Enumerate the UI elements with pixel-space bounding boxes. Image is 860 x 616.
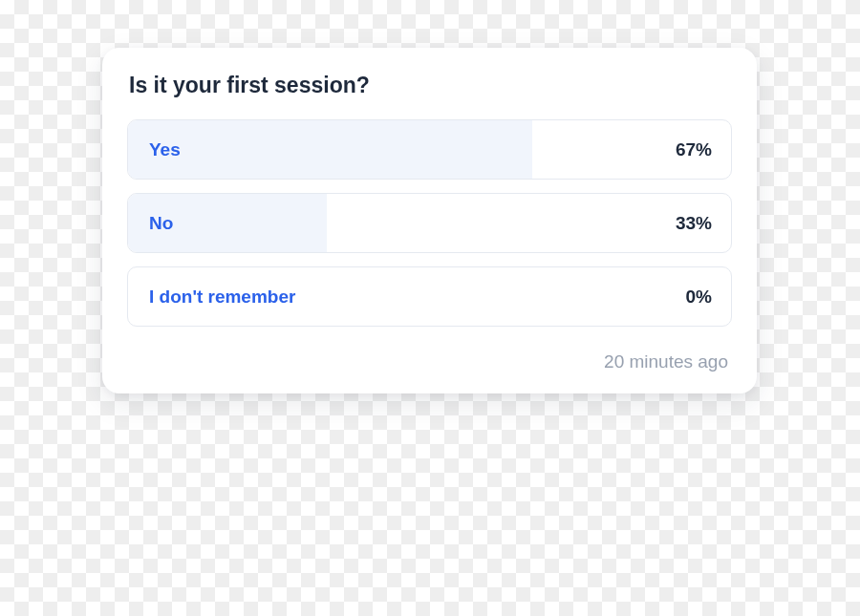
poll-option-percent: 67%: [676, 139, 712, 160]
poll-option-row: I don't remember 0%: [128, 267, 731, 326]
poll-option-percent: 33%: [676, 213, 712, 234]
poll-option-label: I don't remember: [149, 287, 295, 308]
poll-option-yes[interactable]: Yes 67%: [127, 119, 732, 180]
poll-option-no[interactable]: No 33%: [127, 193, 732, 253]
poll-option-row: No 33%: [128, 194, 731, 252]
poll-timestamp: 20 minutes ago: [127, 351, 732, 372]
poll-options-list: Yes 67% No 33% I don't remember 0%: [127, 119, 732, 327]
poll-option-dont-remember[interactable]: I don't remember 0%: [127, 266, 732, 327]
poll-option-row: Yes 67%: [128, 120, 731, 179]
poll-option-percent: 0%: [686, 287, 712, 308]
poll-option-label: No: [149, 213, 173, 234]
poll-question: Is it your first session?: [127, 73, 732, 98]
poll-card: Is it your first session? Yes 67% No 33%…: [102, 48, 757, 393]
poll-option-label: Yes: [149, 139, 181, 160]
